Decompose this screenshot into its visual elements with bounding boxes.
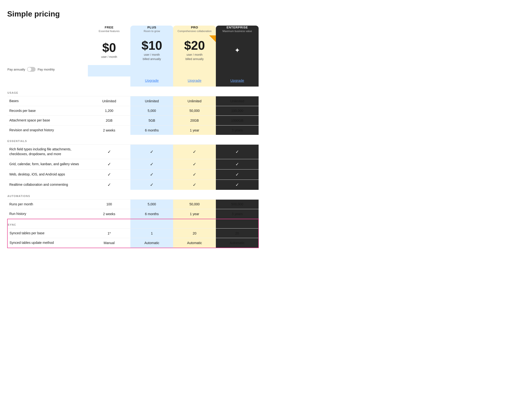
- table-row: Rich field types including file attachme…: [7, 145, 259, 159]
- table-row: Bases Unlimited Unlimited Unlimited Unli…: [7, 96, 259, 106]
- val-runs-free: 100: [88, 199, 131, 209]
- table-row: Revision and snapshot history 2 weeks 6 …: [7, 125, 259, 135]
- val-rf-free: ✓: [88, 145, 131, 159]
- table-row: Synced tables update method Manual Autom…: [7, 238, 259, 248]
- val-views-pro: ✓: [173, 159, 216, 169]
- feature-views: Grid, calendar, form, kanban, and galler…: [7, 159, 88, 169]
- val-revision-plus: 6 months: [130, 125, 173, 135]
- val-attachment-free: 2GB: [88, 116, 131, 126]
- upgrade-enterprise[interactable]: Upgrade: [216, 77, 259, 87]
- val-attachment-pro: 20GB: [173, 116, 216, 126]
- table-row: Grid, calendar, form, kanban, and galler…: [7, 159, 259, 169]
- val-st-plus: 1: [130, 228, 173, 238]
- val-collab-free: ✓: [88, 179, 131, 190]
- val-bases-ent: Unlimited: [216, 96, 259, 106]
- val-rh-ent: 3 years: [216, 209, 259, 219]
- val-bases-free: Unlimited: [88, 96, 131, 106]
- price-plus: $10 user / month billed annually: [130, 35, 173, 65]
- section-sync-header: SYNC: [7, 219, 88, 228]
- plan-header-free: FREE Essential features: [88, 26, 131, 35]
- table-row: Web, desktop, iOS, and Android apps ✓ ✓ …: [7, 169, 259, 179]
- price-enterprise: ✦: [216, 35, 259, 65]
- val-views-free: ✓: [88, 159, 131, 169]
- page-title: Simple pricing: [7, 10, 259, 18]
- val-views-ent: ✓: [216, 159, 259, 169]
- val-rf-plus: ✓: [130, 145, 173, 159]
- val-revision-ent: 3 years: [216, 125, 259, 135]
- feature-collab: Realtime collaboration and commenting: [7, 179, 88, 190]
- feature-synced-tables: Synced tables per base: [7, 228, 88, 238]
- table-row: Realtime collaboration and commenting ✓ …: [7, 179, 259, 190]
- section-usage-header: USAGE: [7, 87, 259, 96]
- plan-header-plus: PLUS Room to grow: [130, 26, 173, 35]
- sync-section-header-row: SYNC: [7, 219, 259, 228]
- table-row: Attachment space per base 2GB 5GB 20GB 1…: [7, 116, 259, 126]
- val-runs-plus: 5,000: [130, 199, 173, 209]
- feature-runs: Runs per month: [7, 199, 88, 209]
- feature-apps: Web, desktop, iOS, and Android apps: [7, 169, 88, 179]
- val-su-ent: Automatic: [216, 238, 259, 248]
- table-row: Records per base 1,200 5,000 50,000 100,…: [7, 106, 259, 116]
- billing-toggle[interactable]: [27, 67, 36, 72]
- val-attachment-plus: 5GB: [130, 116, 173, 126]
- table-row: Synced tables per base 1* 1 20 20: [7, 228, 259, 238]
- val-rf-pro: ✓: [173, 145, 216, 159]
- feature-revision: Revision and snapshot history: [7, 125, 88, 135]
- plan-header-enterprise: ENTERPRISE Maximum business value: [216, 26, 259, 35]
- feature-rich-fields: Rich field types including file attachme…: [7, 145, 88, 159]
- val-st-ent: 20: [216, 228, 259, 238]
- val-apps-free: ✓: [88, 169, 131, 179]
- val-collab-ent: ✓: [216, 179, 259, 190]
- val-records-pro: 50,000: [173, 106, 216, 116]
- feature-records: Records per base: [7, 106, 88, 116]
- val-su-pro: Automatic: [173, 238, 216, 248]
- upgrade-plus[interactable]: Upgrade: [130, 77, 173, 87]
- table-row: Runs per month 100 5,000 50,000 500,000: [7, 199, 259, 209]
- price-free: $0 user / month: [88, 35, 131, 65]
- val-rh-plus: 6 months: [130, 209, 173, 219]
- val-revision-pro: 1 year: [173, 125, 216, 135]
- val-runs-ent: 500,000: [216, 199, 259, 209]
- val-bases-plus: Unlimited: [130, 96, 173, 106]
- table-row: Run history 2 weeks 6 months 1 year 3 ye…: [7, 209, 259, 219]
- val-rh-free: 2 weeks: [88, 209, 131, 219]
- val-collab-pro: ✓: [173, 179, 216, 190]
- val-attachment-ent: 1000GB: [216, 116, 259, 126]
- section-essentials-header: ESSENTIALS: [7, 135, 259, 145]
- val-records-plus: 5,000: [130, 106, 173, 116]
- feature-run-history: Run history: [7, 209, 88, 219]
- upgrade-pro[interactable]: Upgrade: [173, 77, 216, 87]
- price-pro: $20 user / month billed annually: [173, 35, 216, 65]
- pay-monthly-label: Pay monthly: [38, 68, 55, 71]
- val-views-plus: ✓: [130, 159, 173, 169]
- val-bases-pro: Unlimited: [173, 96, 216, 106]
- plan-header-pro: PRO Comprehensive collaboration: [173, 26, 216, 35]
- val-st-pro: 20: [173, 228, 216, 238]
- section-automations-header: AUTOMATIONS: [7, 190, 259, 200]
- upgrade-free: [88, 77, 131, 87]
- val-revision-free: 2 weeks: [88, 125, 131, 135]
- val-runs-pro: 50,000: [173, 199, 216, 209]
- stars-icon: ✦: [218, 46, 257, 54]
- val-rf-ent: ✓: [216, 145, 259, 159]
- val-records-ent: 100,000: [216, 106, 259, 116]
- val-apps-ent: ✓: [216, 169, 259, 179]
- val-apps-plus: ✓: [130, 169, 173, 179]
- val-su-plus: Automatic: [130, 238, 173, 248]
- val-rh-pro: 1 year: [173, 209, 216, 219]
- billing-toggle-area: Pay annually Pay monthly: [7, 67, 88, 72]
- feature-attachment: Attachment space per base: [7, 116, 88, 126]
- val-collab-plus: ✓: [130, 179, 173, 190]
- pay-annually-label: Pay annually: [7, 68, 25, 71]
- val-st-free: 1*: [88, 228, 131, 238]
- val-apps-pro: ✓: [173, 169, 216, 179]
- val-su-free: Manual: [88, 238, 131, 248]
- feature-synced-update: Synced tables update method: [7, 238, 88, 248]
- val-records-free: 1,200: [88, 106, 131, 116]
- feature-bases: Bases: [7, 96, 88, 106]
